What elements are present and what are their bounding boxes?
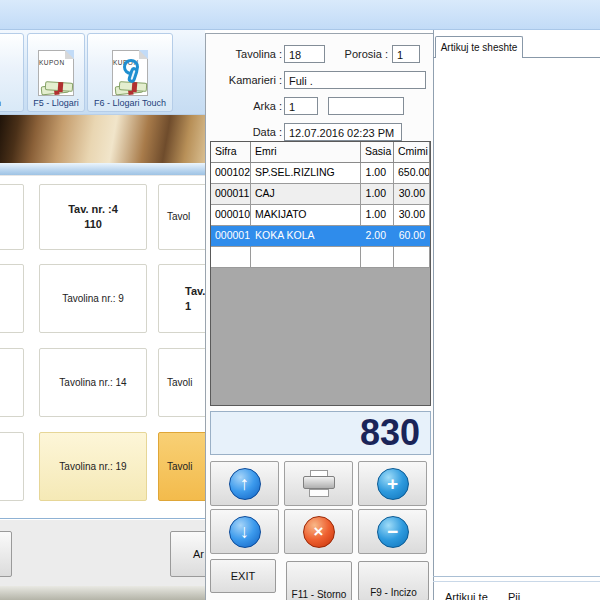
remove-item-button[interactable]: −: [358, 509, 427, 554]
arka-input[interactable]: 1: [284, 97, 318, 115]
order-total: 830: [210, 411, 431, 455]
cell-sifra: 000001: [211, 226, 251, 247]
page-fold-icon: [139, 50, 148, 59]
table-row[interactable]: 000010 MAKIJATO 1.00 30.00: [211, 205, 430, 226]
table-button-14[interactable]: Tavolina nr.: 14: [39, 348, 147, 417]
f6-llogari-touch-button[interactable]: KUPON F6 - Llogari Touch: [87, 33, 173, 112]
ribbon-button-label: F6 - Llogari Touch: [94, 98, 166, 108]
ribbon-toolbar: Touch KUPON F5 - Llogari KUPON: [0, 30, 205, 115]
touch-hand-icon: [121, 59, 147, 89]
table-row[interactable]: 000102 SP.SEL.RIZLING 1.00 650.00: [211, 163, 430, 184]
order-panel: Tavolina : 18 Porosia : 1 Kamarieri : Fu…: [205, 33, 433, 600]
down-arrow-icon: ↓: [229, 516, 261, 548]
printer-icon: [302, 470, 336, 497]
f11-storno-button[interactable]: F11 - Storno: [286, 561, 352, 600]
table-button-4[interactable]: Tav. nr. :4 110: [39, 184, 147, 250]
table-button-edge[interactable]: [0, 432, 24, 501]
ribbon-button-partial-touch[interactable]: Touch: [0, 33, 24, 112]
table-button-label: Tavolina nr.: 19: [59, 460, 126, 474]
table-button-amount: 1: [185, 299, 191, 314]
clipped-tab-text: Pij: [508, 591, 520, 600]
cell-cmimi: 30.00: [394, 184, 430, 205]
up-arrow-icon: ↑: [229, 468, 261, 500]
column-header-emri[interactable]: Emri: [251, 142, 361, 163]
kupon-receipt-icon: KUPON: [38, 50, 74, 96]
data-input[interactable]: 12.07.2016 02:23 PM: [284, 123, 402, 141]
cell-emri: MAKIJATO: [251, 205, 361, 226]
arka-label: Arka :: [212, 100, 282, 112]
cell-sasia: 1.00: [361, 184, 394, 205]
f5-llogari-button[interactable]: KUPON F5 - Llogari: [27, 33, 85, 112]
porosia-input[interactable]: 1: [392, 45, 420, 63]
kamarieri-input[interactable]: Fuli .: [284, 71, 426, 89]
kupon-icon-text: KUPON: [39, 59, 65, 66]
window-title-band: [0, 0, 600, 30]
grid-header-row: Sifra Emri Sasia Cmimi: [211, 142, 430, 163]
table-button-19-occupied[interactable]: Tavolina nr.: 19: [39, 432, 147, 501]
move-up-button[interactable]: ↑: [210, 461, 279, 506]
column-header-sasia[interactable]: Sasia: [361, 142, 394, 163]
table-button-label: Tavolina nr.: 14: [59, 376, 126, 390]
table-button-9[interactable]: Tavolina nr.: 9: [39, 264, 147, 333]
cell-cmimi: 30.00: [394, 205, 430, 226]
plus-icon: +: [377, 468, 409, 500]
table-button-label: Tavolina nr.: 9: [62, 292, 124, 306]
table-button-label: Tavoli: [167, 460, 193, 474]
cell-sasia: 2.00: [361, 226, 394, 247]
bottom-edge-strip: [0, 586, 205, 600]
cell-sifra: 000102: [211, 163, 251, 184]
cell-cmimi: 60.00: [394, 226, 430, 247]
tavolina-label: Tavolina :: [212, 48, 282, 60]
minus-icon: −: [377, 516, 409, 548]
f9-incizo-button[interactable]: F9 - Incizo: [358, 561, 429, 600]
cancel-x-icon: ×: [303, 516, 335, 548]
column-header-sifra[interactable]: Sifra: [211, 142, 251, 163]
cell-sifra: 000011: [211, 184, 251, 205]
divider-strip: [0, 163, 205, 176]
ribbon-button-label: Touch: [0, 98, 1, 108]
money-stack-icon: [41, 79, 73, 94]
left-bottom-bar: Ar: [0, 518, 205, 586]
order-items-grid: Sifra Emri Sasia Cmimi 000102 SP.SEL.RIZ…: [210, 141, 431, 406]
cell-cmimi: 650.00: [394, 163, 430, 184]
table-row[interactable]: 000011 CAJ 1.00 30.00: [211, 184, 430, 205]
table-row-selected[interactable]: 000001 KOKA KOLA 2.00 60.00: [211, 226, 430, 247]
ribbon-button-label: F5 - Llogari: [33, 98, 79, 108]
table-button-label: Tavol: [167, 210, 190, 224]
column-header-cmimi[interactable]: Cmimi: [394, 142, 430, 163]
tab-artikuj-te-sheshte[interactable]: Artikuj te sheshte: [435, 36, 523, 58]
cancel-item-button[interactable]: ×: [284, 509, 353, 554]
bottom-bar-button-label: Ar: [193, 548, 204, 560]
tavolina-input[interactable]: 18: [284, 45, 325, 63]
exit-button[interactable]: EXIT: [210, 559, 276, 593]
clipped-tab-text: Artikuj te: [445, 591, 488, 600]
table-button-label: Tav.: [185, 284, 205, 299]
table-row-empty[interactable]: [211, 247, 430, 268]
table-button-edge[interactable]: [0, 264, 24, 333]
page-fold-icon: [65, 50, 74, 59]
table-button-edge[interactable]: [0, 348, 24, 417]
data-label: Data :: [212, 126, 282, 138]
move-down-button[interactable]: ↓: [210, 509, 279, 554]
arka-secondary-input[interactable]: [328, 97, 404, 115]
table-button-edge[interactable]: [0, 184, 24, 250]
separator-line: [433, 581, 600, 582]
kupon-receipt-icon: KUPON: [112, 50, 148, 96]
table-button-label: Tav. nr. :4: [68, 202, 118, 217]
add-item-button[interactable]: +: [358, 461, 427, 506]
cell-sifra: 000010: [211, 205, 251, 226]
photo-banner: [0, 115, 205, 163]
cell-emri: KOKA KOLA: [251, 226, 361, 247]
cell-emri: CAJ: [251, 184, 361, 205]
pos-app-window: Touch KUPON F5 - Llogari KUPON: [0, 0, 600, 600]
print-button[interactable]: [284, 461, 353, 506]
kamarieri-label: Kamarieri :: [212, 74, 282, 86]
bottom-bar-button-edge[interactable]: [0, 531, 12, 577]
products-panel: [433, 30, 600, 600]
porosia-label: Porosia :: [331, 48, 388, 60]
cell-sasia: 1.00: [361, 205, 394, 226]
separator-line: [433, 576, 600, 577]
cell-sasia: 1.00: [361, 163, 394, 184]
table-button-label: Tavoli: [167, 376, 193, 390]
table-button-amount: 110: [84, 217, 102, 232]
